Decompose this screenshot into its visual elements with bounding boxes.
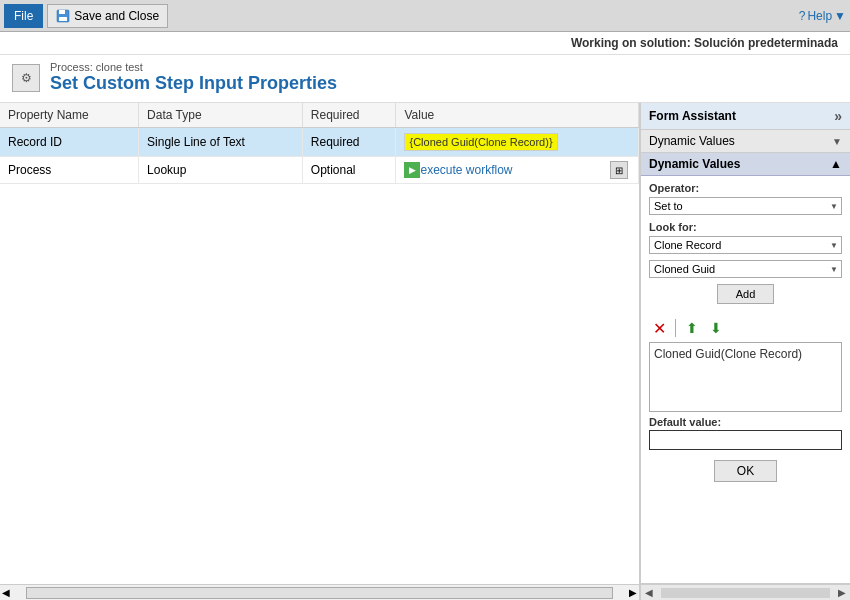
gear-icon: ⚙ xyxy=(21,71,32,85)
default-value-input[interactable] xyxy=(649,430,842,450)
cell-data-type: Lookup xyxy=(139,157,303,184)
right-panel: Form Assistant » Dynamic Values ▼ Dynami… xyxy=(640,103,850,600)
process-header: ⚙ Process: clone test Set Custom Step In… xyxy=(0,55,850,103)
add-button[interactable]: Add xyxy=(717,284,775,304)
table-header-row: Property Name Data Type Required Value xyxy=(0,103,639,128)
dv-section-header: Dynamic Values ▲ xyxy=(641,153,850,176)
help-label: Help xyxy=(807,9,832,23)
operator-label: Operator: xyxy=(649,182,842,194)
process-icon: ⚙ xyxy=(12,64,40,92)
dv-collapse-icon[interactable]: ▲ xyxy=(830,157,842,171)
panel-scroll-right-icon[interactable]: ▶ xyxy=(834,587,850,598)
col-value: Value xyxy=(396,103,639,128)
operator-group: Operator: Set to Look for: Clone Record … xyxy=(641,176,850,314)
col-required: Required xyxy=(302,103,396,128)
process-title-group: Process: clone test Set Custom Step Inpu… xyxy=(50,61,337,94)
value-textarea-content: Cloned Guid(Clone Record) xyxy=(654,347,802,361)
cell-required: Required xyxy=(302,128,396,157)
lookup-picker-button[interactable]: ⊞ xyxy=(610,161,628,179)
look-for-select[interactable]: Clone Record xyxy=(649,236,842,254)
action-icons-row: ✕ ⬆ ⬇ xyxy=(641,314,850,342)
table-row[interactable]: Process Lookup Optional ▶ execute workfl… xyxy=(0,157,639,184)
lookup-link[interactable]: execute workflow xyxy=(420,163,512,177)
value-highlight-text: {Cloned Guid(Clone Record)} xyxy=(404,133,557,151)
file-button[interactable]: File xyxy=(4,4,43,28)
panel-horizontal-scrollbar[interactable] xyxy=(661,588,830,598)
move-up-icon[interactable]: ⬆ xyxy=(682,318,702,338)
form-assistant-header: Form Assistant » xyxy=(641,103,850,130)
ok-button[interactable]: OK xyxy=(714,460,777,482)
help-circle-icon: ? xyxy=(799,9,806,23)
look-for-label: Look for: xyxy=(649,221,842,233)
table-row[interactable]: Record ID Single Line of Text Required {… xyxy=(0,128,639,157)
cell-required: Optional xyxy=(302,157,396,184)
help-dropdown-icon: ▼ xyxy=(834,9,846,23)
panel-expand-icon[interactable]: » xyxy=(834,108,842,124)
table-area: Property Name Data Type Required Value R… xyxy=(0,103,640,600)
form-assistant-title: Form Assistant xyxy=(649,109,736,123)
dynamic-values-label: Dynamic Values xyxy=(649,134,735,148)
col-data-type: Data Type xyxy=(139,103,303,128)
toolbar: File Save and Close ? Help ▼ xyxy=(0,0,850,32)
second-select[interactable]: Cloned Guid xyxy=(649,260,842,278)
operator-select-wrapper: Set to xyxy=(649,197,842,215)
panel-scroll-left-icon[interactable]: ◀ xyxy=(641,587,657,598)
col-property-name: Property Name xyxy=(0,103,139,128)
solution-text: Working on solution: Solución predetermi… xyxy=(571,36,838,50)
process-subtitle: Process: clone test xyxy=(50,61,337,73)
default-value-label: Default value: xyxy=(641,412,850,430)
table-spacer xyxy=(0,184,639,584)
delete-icon[interactable]: ✕ xyxy=(649,318,669,338)
scroll-left-icon[interactable]: ◀ xyxy=(0,587,12,598)
value-textarea[interactable]: Cloned Guid(Clone Record) xyxy=(649,342,842,412)
cell-data-type: Single Line of Text xyxy=(139,128,303,157)
operator-select[interactable]: Set to xyxy=(649,197,842,215)
lookup-icon: ▶ xyxy=(404,162,420,178)
second-select-wrapper: Cloned Guid xyxy=(649,260,842,278)
dynamic-values-selector-row[interactable]: Dynamic Values ▼ xyxy=(641,130,850,153)
properties-table: Property Name Data Type Required Value R… xyxy=(0,103,639,184)
action-divider xyxy=(675,319,676,337)
scroll-right-icon[interactable]: ▶ xyxy=(627,587,639,598)
save-close-button[interactable]: Save and Close xyxy=(47,4,168,28)
right-panel-bottom-scrollbar: ◀ ▶ xyxy=(641,584,850,600)
dynamic-values-section: Dynamic Values ▲ Operator: Set to Look f… xyxy=(641,153,850,584)
help-button[interactable]: ? Help ▼ xyxy=(799,9,846,23)
process-title: Set Custom Step Input Properties xyxy=(50,73,337,94)
horizontal-scrollbar[interactable] xyxy=(26,587,613,599)
save-icon xyxy=(56,9,70,23)
bottom-scrollbar-bar: ◀ ▶ xyxy=(0,584,639,600)
cell-value[interactable]: {Cloned Guid(Clone Record)} xyxy=(396,128,639,157)
cell-property-name: Record ID xyxy=(0,128,139,157)
svg-rect-2 xyxy=(59,17,67,21)
dynamic-values-dropdown-icon[interactable]: ▼ xyxy=(832,136,842,147)
svg-rect-1 xyxy=(59,10,65,14)
cell-value[interactable]: ▶ execute workflow ⊞ xyxy=(396,157,639,184)
save-close-label: Save and Close xyxy=(74,9,159,23)
cell-property-name: Process xyxy=(0,157,139,184)
main-content: Property Name Data Type Required Value R… xyxy=(0,103,850,600)
move-down-icon[interactable]: ⬇ xyxy=(706,318,726,338)
solution-bar: Working on solution: Solución predetermi… xyxy=(0,32,850,55)
look-for-select-wrapper: Clone Record xyxy=(649,236,842,254)
dv-section-title: Dynamic Values xyxy=(649,157,740,171)
